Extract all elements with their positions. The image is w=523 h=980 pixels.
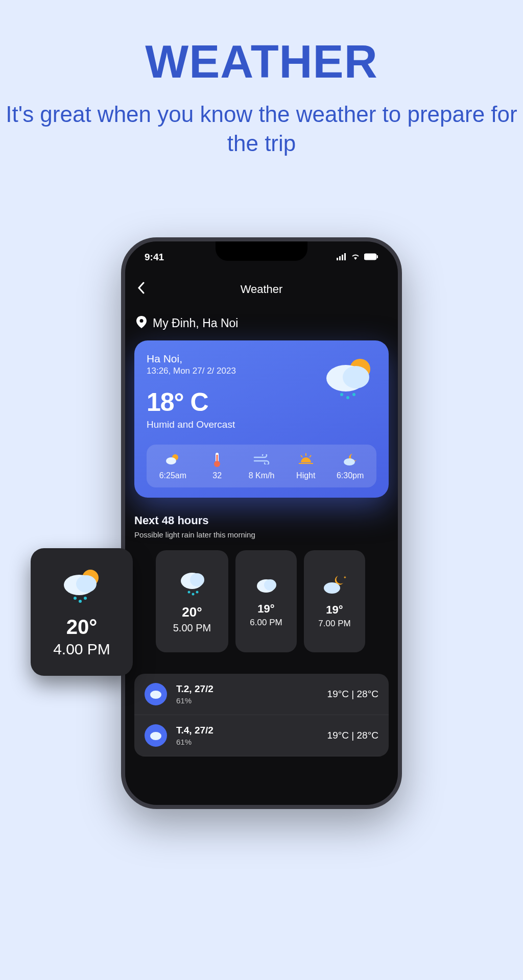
- svg-line-19: [301, 455, 302, 457]
- day-label: T.4, 27/2: [176, 725, 318, 736]
- wind-icon: [240, 452, 284, 467]
- hour-card[interactable]: ✦ 19° 7.00 PM: [304, 550, 365, 652]
- svg-point-35: [76, 575, 97, 593]
- night-cloud-icon: ✦: [321, 574, 348, 598]
- cloud-icon: [253, 575, 279, 597]
- svg-point-24: [188, 591, 191, 594]
- weather-rain-sun-icon: [320, 353, 376, 409]
- current-temperature: 18° C: [147, 387, 236, 417]
- metric-sunrise: 6:25am: [151, 452, 195, 480]
- location-pin-icon: [136, 316, 147, 330]
- hour-temp: 19°: [326, 603, 343, 617]
- svg-point-10: [346, 396, 349, 399]
- hour-temp: 20°: [182, 604, 202, 620]
- svg-point-23: [190, 573, 204, 586]
- weather-rain-sun-icon: [59, 567, 105, 609]
- svg-text:✦: ✦: [343, 575, 347, 580]
- svg-point-26: [196, 591, 199, 594]
- phone-notch: [216, 241, 307, 261]
- svg-point-31: [150, 691, 161, 699]
- svg-point-37: [79, 600, 82, 603]
- hour-card[interactable]: 19° 6.00 PM: [235, 550, 297, 652]
- phone-mockup: 9:41 Weather My Đinh, Ha Noi Ha Noi,: [121, 237, 402, 809]
- svg-rect-4: [364, 254, 376, 260]
- night-cloudy-icon: [328, 452, 372, 467]
- cloud-icon: [145, 683, 167, 705]
- svg-point-9: [340, 393, 343, 396]
- svg-line-20: [310, 455, 311, 457]
- svg-point-11: [352, 393, 355, 396]
- daily-row[interactable]: T.4, 27/2 61% 19°C | 28°C: [134, 715, 389, 756]
- metric-sunset: 6:30pm: [328, 452, 372, 480]
- svg-point-32: [150, 732, 161, 740]
- wifi-icon: [350, 252, 361, 263]
- metric-wind: 8 Km/h: [240, 452, 284, 480]
- svg-rect-0: [337, 258, 338, 260]
- svg-rect-5: [377, 255, 378, 258]
- status-time: 9:41: [145, 252, 164, 263]
- featured-time: 4.00 PM: [53, 641, 110, 658]
- promo-title: WEATHER: [0, 36, 523, 88]
- back-button[interactable]: [137, 281, 145, 298]
- battery-icon: [364, 252, 378, 263]
- day-label: T.2, 27/2: [176, 683, 318, 695]
- sunset-icon: [283, 452, 328, 467]
- current-condition: Humid and Overcast: [147, 419, 236, 430]
- hour-time: 7.00 PM: [318, 619, 350, 629]
- day-humidity: 61%: [176, 738, 318, 746]
- daily-row[interactable]: T.2, 27/2 61% 19°C | 28°C: [134, 674, 389, 715]
- day-temps: 19°C | 28°C: [327, 689, 378, 700]
- svg-point-25: [192, 593, 195, 596]
- svg-rect-16: [217, 455, 218, 464]
- forecast-subtitle: Possible light rain later this morning: [134, 530, 389, 539]
- forecast-title: Next 48 hours: [134, 514, 389, 527]
- metrics-bar: 6:25am 32 8 Km/h Hight 6:30pm: [147, 445, 376, 487]
- current-weather-card[interactable]: Ha Noi, 13:26, Mon 27/ 2/ 2023 18° C Hum…: [134, 340, 389, 498]
- metric-uv: Hight: [283, 452, 328, 480]
- hour-temp: 19°: [257, 602, 274, 616]
- hour-time: 5.00 PM: [173, 622, 211, 634]
- featured-hour-card[interactable]: 20° 4.00 PM: [31, 548, 133, 676]
- svg-point-13: [166, 457, 176, 464]
- hour-card[interactable]: 20° 5.00 PM: [156, 550, 228, 652]
- featured-temp: 20°: [66, 616, 98, 639]
- cloud-icon: [145, 724, 167, 747]
- daily-forecast-list[interactable]: T.2, 27/2 61% 19°C | 28°C T.4, 27/2 61% …: [134, 674, 389, 756]
- svg-point-36: [74, 597, 77, 600]
- city-name: Ha Noi,: [147, 353, 236, 365]
- promo-subtitle: It's great when you know the weather to …: [0, 100, 523, 158]
- day-temps: 19°C | 28°C: [327, 730, 378, 741]
- partly-cloudy-icon: [151, 452, 195, 467]
- location-text: My Đinh, Ha Noi: [153, 316, 238, 330]
- svg-rect-1: [339, 256, 341, 260]
- svg-point-29: [324, 582, 340, 594]
- svg-rect-2: [342, 255, 343, 260]
- page-title: Weather: [241, 283, 283, 296]
- hour-time: 6.00 PM: [250, 618, 282, 628]
- svg-rect-3: [344, 253, 346, 260]
- hourly-forecast-row[interactable]: 20° 5.00 PM 19° 6.00 PM ✦ 19° 7.00 PM: [156, 550, 389, 652]
- thermometer-icon: [195, 452, 240, 467]
- svg-point-8: [343, 366, 369, 388]
- cloud-rain-icon: [177, 569, 207, 599]
- day-humidity: 61%: [176, 696, 318, 705]
- svg-point-28: [264, 579, 276, 591]
- svg-point-38: [84, 597, 87, 600]
- metric-temp: 32: [195, 452, 240, 480]
- signal-icon: [337, 252, 347, 263]
- current-datetime: 13:26, Mon 27/ 2/ 2023: [147, 366, 236, 376]
- svg-point-21: [344, 458, 355, 465]
